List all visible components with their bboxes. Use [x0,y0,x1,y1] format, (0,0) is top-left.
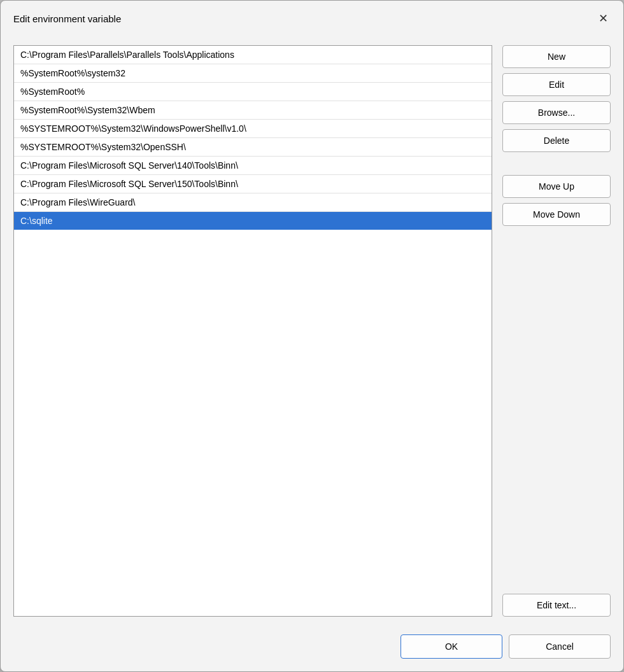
edit-text-button[interactable]: Edit text... [502,594,611,617]
list-item[interactable]: C:\Program Files\Microsoft SQL Server\15… [14,175,492,193]
env-variable-list[interactable]: C:\Program Files\Parallels\Parallels Too… [13,45,492,617]
dialog-footer: OK Cancel [1,627,623,671]
move-up-button[interactable]: Move Up [502,175,611,198]
new-button[interactable]: New [502,45,611,68]
cancel-button[interactable]: Cancel [509,634,611,659]
list-item[interactable]: C:\sqlite [14,212,492,230]
browse-button[interactable]: Browse... [502,101,611,124]
ok-button[interactable]: OK [401,634,502,659]
action-buttons-panel: New Edit Browse... Delete Move Up Move D… [502,45,611,617]
title-bar: Edit environment variable ✕ [1,1,623,35]
close-button[interactable]: ✕ [593,8,613,29]
delete-button[interactable]: Delete [502,129,611,152]
list-item[interactable]: %SystemRoot%\System32\Wbem [14,101,492,120]
list-item[interactable]: %SYSTEMROOT%\System32\WindowsPowerShell\… [14,120,492,138]
edit-env-variable-dialog: Edit environment variable ✕ C:\Program F… [0,0,624,672]
content-area: C:\Program Files\Parallels\Parallels Too… [1,35,623,627]
list-item[interactable]: C:\Program Files\WireGuard\ [14,193,492,212]
list-item[interactable]: %SystemRoot% [14,83,492,101]
edit-button[interactable]: Edit [502,73,611,96]
move-down-button[interactable]: Move Down [502,203,611,226]
list-item[interactable]: C:\Program Files\Parallels\Parallels Too… [14,46,492,64]
list-item[interactable]: C:\Program Files\Microsoft SQL Server\14… [14,157,492,175]
list-item[interactable]: %SYSTEMROOT%\System32\OpenSSH\ [14,138,492,157]
list-item[interactable]: %SystemRoot%\system32 [14,64,492,83]
dialog-title: Edit environment variable [13,13,121,24]
